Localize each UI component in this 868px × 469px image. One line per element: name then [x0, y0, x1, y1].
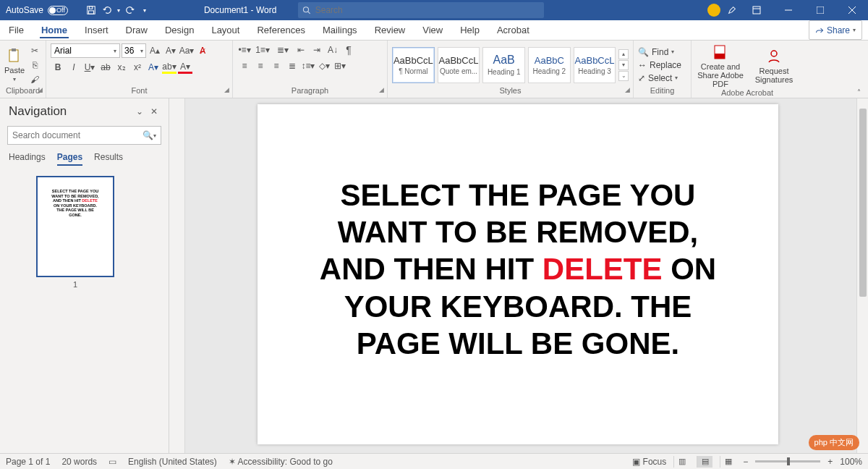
dialog-launcher-icon[interactable]: ◢	[38, 86, 43, 93]
bullets-icon[interactable]: •≡▾	[237, 43, 252, 56]
subscript-button[interactable]: x₂	[114, 61, 129, 74]
nav-search-input[interactable]	[12, 130, 142, 140]
multilevel-list-icon[interactable]: ≣▾	[273, 43, 292, 56]
web-layout-icon[interactable]: ▦	[720, 456, 736, 468]
maximize-button[interactable]	[807, 0, 833, 20]
document-area[interactable]: SELECT THE PAGE YOU WANT TO BE REMOVED, …	[185, 98, 868, 453]
close-button[interactable]	[839, 0, 865, 20]
nav-tab-headings[interactable]: Headings	[9, 152, 46, 166]
zoom-level[interactable]: 100%	[840, 457, 862, 467]
tab-view[interactable]: View	[414, 20, 451, 40]
shading-icon[interactable]: ◇▾	[317, 59, 331, 72]
tab-home[interactable]: Home	[33, 20, 76, 40]
focus-mode-button[interactable]: ▣ Focus	[632, 457, 666, 467]
page-thumbnail[interactable]: SELECT THE PAGE YOU WANT TO BE REMOVED, …	[36, 176, 114, 277]
tab-review[interactable]: Review	[366, 20, 414, 40]
nav-tab-pages[interactable]: Pages	[57, 152, 82, 166]
tab-acrobat[interactable]: Acrobat	[488, 20, 538, 40]
show-marks-icon[interactable]: ¶	[341, 43, 356, 56]
nav-tab-results[interactable]: Results	[94, 152, 123, 166]
search-box[interactable]	[298, 2, 544, 18]
status-words[interactable]: 20 words	[61, 457, 97, 467]
format-painter-icon[interactable]: 🖌	[27, 73, 42, 86]
nav-dropdown-icon[interactable]: ⌄	[132, 106, 147, 117]
dialog-launcher-icon[interactable]: ◢	[224, 86, 229, 93]
zoom-out-button[interactable]: −	[743, 457, 748, 467]
tab-design[interactable]: Design	[156, 20, 203, 40]
replace-button[interactable]: ↔Replace	[638, 60, 681, 70]
style-heading2[interactable]: AaBbCHeading 2	[528, 47, 571, 83]
align-right-icon[interactable]: ≡	[269, 59, 284, 72]
status-page[interactable]: Page 1 of 1	[6, 457, 50, 467]
paste-button[interactable]: Paste▾	[4, 47, 25, 83]
text-effects-icon[interactable]: A▾	[146, 61, 161, 74]
tab-references[interactable]: References	[248, 20, 313, 40]
create-pdf-button[interactable]: Create and Share Adobe PDF	[696, 43, 745, 88]
borders-icon[interactable]: ⊞▾	[333, 59, 347, 72]
styles-gallery-more[interactable]: ▴▾⌄	[618, 49, 629, 81]
tab-mailings[interactable]: Mailings	[314, 20, 366, 40]
style-quote[interactable]: AaBbCcLQuote em...	[438, 47, 480, 83]
style-heading3[interactable]: AaBbCcLHeading 3	[574, 47, 616, 83]
undo-icon[interactable]	[101, 4, 113, 16]
dialog-launcher-icon[interactable]: ◢	[379, 86, 384, 93]
user-avatar[interactable]	[707, 4, 720, 17]
clear-formatting-icon[interactable]: A̷	[195, 44, 210, 57]
page[interactable]: SELECT THE PAGE YOU WANT TO BE REMOVED, …	[258, 104, 778, 444]
font-color-icon[interactable]: A▾	[178, 61, 192, 74]
copy-icon[interactable]: ⎘	[27, 59, 42, 72]
align-left-icon[interactable]: ≡	[237, 59, 252, 72]
align-center-icon[interactable]: ≡	[253, 59, 268, 72]
bold-button[interactable]: B	[51, 61, 65, 74]
numbering-icon[interactable]: 1≡▾	[253, 43, 272, 56]
search-input[interactable]	[315, 5, 540, 15]
strikethrough-button[interactable]: ab	[98, 61, 113, 74]
font-name-select[interactable]: Arial▾	[51, 43, 120, 58]
request-signatures-button[interactable]: Request Signatures	[749, 48, 799, 84]
redo-icon[interactable]	[124, 4, 136, 16]
increase-indent-icon[interactable]: ⇥	[310, 43, 324, 56]
line-spacing-icon[interactable]: ↕≡▾	[301, 59, 315, 72]
nav-search-box[interactable]: 🔍▾	[7, 126, 161, 145]
change-case-icon[interactable]: Aa▾	[179, 44, 194, 57]
sort-icon[interactable]: A↓	[326, 43, 340, 56]
tab-file[interactable]: File	[0, 20, 33, 40]
nav-search-dropdown-icon[interactable]: ▾	[153, 132, 156, 139]
tab-layout[interactable]: Layout	[203, 20, 248, 40]
style-heading1[interactable]: AaBHeading 1	[482, 47, 525, 83]
tab-insert[interactable]: Insert	[76, 20, 117, 40]
highlight-icon[interactable]: ab▾	[162, 61, 176, 74]
superscript-button[interactable]: x²	[130, 61, 145, 74]
dialog-launcher-icon[interactable]: ◢	[625, 86, 630, 93]
status-language[interactable]: English (United States)	[128, 457, 217, 467]
qat-customize-icon[interactable]: ▾	[143, 7, 146, 14]
drawing-mode-icon[interactable]	[726, 4, 738, 16]
ribbon-display-icon[interactable]	[744, 0, 770, 20]
status-proofing-icon[interactable]: ▭	[109, 457, 116, 467]
find-button[interactable]: 🔍Find▾	[638, 47, 681, 57]
document-text[interactable]: SELECT THE PAGE YOU WANT TO BE REMOVED, …	[315, 177, 720, 362]
select-button[interactable]: ⤢Select▾	[638, 73, 681, 83]
collapse-ribbon-icon[interactable]: ˄	[857, 88, 861, 96]
decrease-indent-icon[interactable]: ⇤	[294, 43, 308, 56]
share-button[interactable]: Share▾	[809, 20, 862, 40]
italic-button[interactable]: I	[67, 61, 81, 74]
cut-icon[interactable]: ✂	[27, 44, 42, 57]
print-layout-icon[interactable]: ▤	[697, 456, 712, 468]
status-accessibility[interactable]: ✶ Accessibility: Good to go	[229, 457, 333, 467]
font-size-select[interactable]: 36▾	[122, 43, 146, 58]
style-normal[interactable]: AaBbCcL¶ Normal	[392, 47, 435, 83]
nav-close-icon[interactable]: ✕	[147, 106, 161, 117]
justify-icon[interactable]: ≣	[285, 59, 299, 72]
autosave-toggle[interactable]: AutoSave Off	[6, 5, 81, 15]
read-mode-icon[interactable]: ▥	[673, 456, 689, 468]
undo-dropdown-icon[interactable]: ▾	[117, 7, 120, 14]
underline-button[interactable]: U▾	[82, 61, 97, 74]
scrollbar-thumb[interactable]	[859, 109, 867, 297]
zoom-in-button[interactable]: +	[827, 457, 833, 467]
vertical-scrollbar[interactable]	[856, 98, 868, 453]
save-icon[interactable]	[85, 4, 97, 16]
tab-draw[interactable]: Draw	[117, 20, 156, 40]
grow-font-icon[interactable]: A▴	[148, 44, 162, 57]
minimize-button[interactable]	[775, 0, 801, 20]
